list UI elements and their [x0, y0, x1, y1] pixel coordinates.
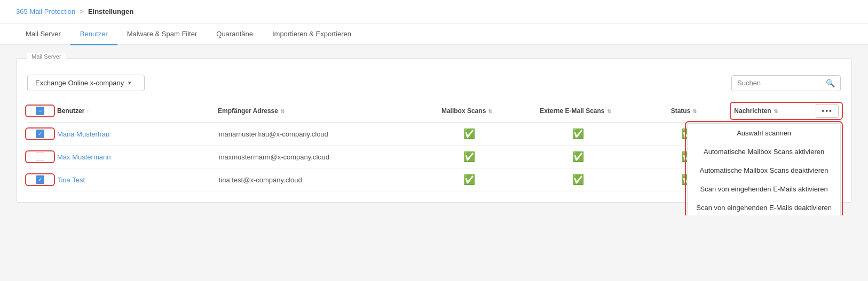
- sort-externe-icon[interactable]: ⇅: [607, 108, 611, 114]
- sort-empfanger-icon[interactable]: ⇅: [280, 108, 285, 114]
- row3-email: tina.test@x-company.cloud: [219, 176, 421, 184]
- menu-item-scan-aktivieren[interactable]: Scan von eingehenden E-Mails aktivieren: [688, 180, 840, 198]
- row1-email: mariamusterfrau@x-company.cloud: [219, 130, 421, 138]
- col-header-mailbox: Mailbox Scans ⇅: [419, 107, 515, 115]
- col-header-externe: Externe E-Mail Scans ⇅: [515, 107, 636, 115]
- row3-mailbox-check: ✅: [421, 174, 518, 186]
- three-dots-icon: •••: [822, 107, 833, 115]
- main-panel: Mail Server Exchange Online x-company ▾ …: [16, 58, 852, 203]
- col-header-status: Status ⇅: [636, 107, 732, 115]
- breadcrumb-separator: >: [80, 7, 84, 15]
- users-table: Benutzer ↑ Empfänger Adresse ⇅ Mailbox S…: [27, 100, 841, 191]
- col-label-status: Status: [671, 107, 691, 115]
- menu-item-auswahl[interactable]: Auswahl scannen: [688, 124, 840, 142]
- tab-mail-server[interactable]: Mail Server: [16, 23, 70, 45]
- selector-label: Mail Server: [31, 53, 61, 60]
- search-box: 🔍: [731, 75, 841, 91]
- row2-externe-check: ✅: [518, 151, 639, 163]
- main-content: Mail Server Exchange Online x-company ▾ …: [0, 45, 868, 215]
- row2-name: Max Mustermann: [53, 153, 219, 161]
- row3-mailbox-icon: ✅: [463, 174, 475, 186]
- context-menu-dropdown: Auswahl scannen Automatische Mailbox Sca…: [687, 123, 841, 215]
- row1-checkbox[interactable]: [36, 130, 44, 138]
- row2-email: maxmustermann@x-company.cloud: [219, 153, 421, 161]
- row3-name: Tina Test: [53, 176, 219, 184]
- row1-mailbox-icon: ✅: [463, 128, 475, 140]
- dropdown-arrow-icon: ▾: [128, 79, 131, 86]
- tab-importieren[interactable]: Importieren & Exportieren: [263, 23, 361, 45]
- menu-item-scan-deaktivieren[interactable]: Scan von eingehenden E-Mails deaktiviere…: [688, 198, 840, 215]
- row1-email-text: mariamusterfrau@x-company.cloud: [219, 130, 328, 138]
- col-label-empfanger: Empfänger Adresse: [218, 107, 278, 115]
- header-checkbox-col: [27, 107, 53, 115]
- col-label-externe: Externe E-Mail Scans: [540, 107, 604, 115]
- row2-check-col: [27, 152, 53, 161]
- col-header-nachrichten: Nachrichten ⇅ ••• Auswahl scannen Automa…: [732, 104, 841, 118]
- row3-externe-check: ✅: [518, 174, 639, 186]
- row2-checkbox[interactable]: [36, 152, 44, 161]
- row3-name-link[interactable]: Tina Test: [57, 176, 85, 184]
- col-header-empfanger: Empfänger Adresse ⇅: [218, 107, 419, 115]
- row1-check-col: [27, 130, 53, 138]
- breadcrumb-parent[interactable]: 365 Mail Protection: [16, 7, 75, 15]
- context-menu-button[interactable]: •••: [816, 104, 839, 118]
- menu-item-mailbox-deaktivieren[interactable]: Automatische Mailbox Scans deaktivieren: [688, 161, 840, 180]
- col-label-benutzer: Benutzer: [57, 107, 84, 115]
- row2-mailbox-icon: ✅: [463, 151, 475, 163]
- sort-nachrichten-icon[interactable]: ⇅: [774, 108, 778, 114]
- breadcrumb-current: Einstellungen: [88, 7, 133, 15]
- row3-check-col: [27, 175, 53, 184]
- row3-checkbox[interactable]: [36, 175, 44, 184]
- tab-quarantane[interactable]: Quarantäne: [207, 23, 263, 45]
- row2-externe-icon: ✅: [572, 151, 584, 163]
- breadcrumb-bar: 365 Mail Protection > Einstellungen: [0, 0, 868, 23]
- select-all-checkbox[interactable]: [36, 107, 44, 115]
- sort-benutzer-icon[interactable]: ↑: [86, 108, 89, 114]
- row3-externe-icon: ✅: [572, 174, 584, 186]
- selector-row: Exchange Online x-company ▾ 🔍: [27, 75, 841, 91]
- row1-mailbox-check: ✅: [421, 128, 518, 140]
- row1-name-link[interactable]: Maria Musterfrau: [57, 130, 109, 138]
- col-label-nachrichten: Nachrichten: [734, 107, 771, 115]
- tab-malware[interactable]: Malware & Spam Filter: [117, 23, 207, 45]
- row1-externe-icon: ✅: [572, 128, 584, 140]
- col-label-mailbox: Mailbox Scans: [441, 107, 486, 115]
- row1-externe-check: ✅: [518, 128, 639, 140]
- table-header: Benutzer ↑ Empfänger Adresse ⇅ Mailbox S…: [27, 100, 841, 123]
- mail-server-selector-label: Mail Server: [27, 53, 66, 60]
- row2-name-link[interactable]: Max Mustermann: [57, 153, 111, 161]
- mail-server-dropdown[interactable]: Exchange Online x-company ▾: [27, 75, 145, 91]
- row2-mailbox-check: ✅: [421, 151, 518, 163]
- row2-email-text: maxmustermann@x-company.cloud: [219, 153, 329, 161]
- row1-name: Maria Musterfrau: [53, 130, 219, 138]
- sort-mailbox-icon[interactable]: ⇅: [488, 108, 492, 114]
- tab-benutzer[interactable]: Benutzer: [70, 23, 117, 45]
- row3-email-text: tina.test@x-company.cloud: [219, 176, 302, 184]
- tabs-bar: Mail Server Benutzer Malware & Spam Filt…: [0, 23, 868, 45]
- search-icon: 🔍: [826, 79, 835, 87]
- dropdown-value: Exchange Online x-company: [35, 79, 124, 87]
- col-header-benutzer: Benutzer ↑: [53, 107, 218, 115]
- menu-item-mailbox-aktivieren[interactable]: Automatische Mailbox Scans aktivieren: [688, 142, 840, 161]
- search-input[interactable]: [737, 79, 823, 87]
- sort-status-icon[interactable]: ⇅: [692, 108, 697, 114]
